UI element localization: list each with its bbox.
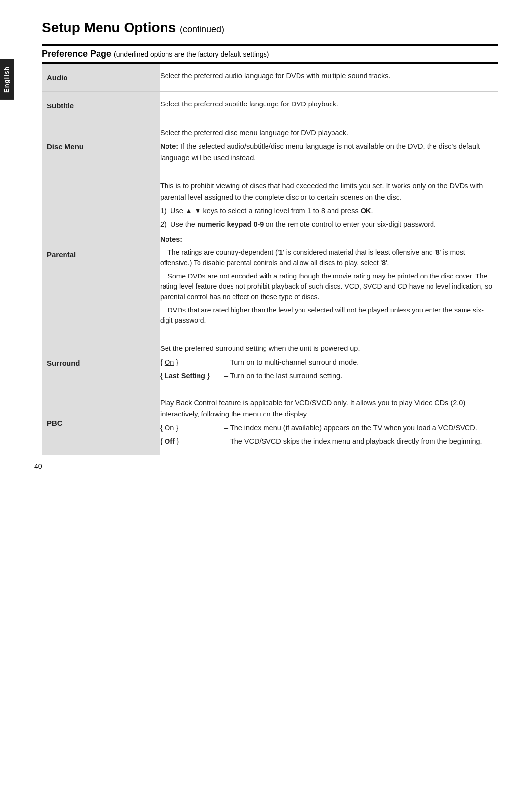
preference-page-subtext: (underlined options are the factory defa… (114, 50, 269, 58)
notes-section: Notes: – The ratings are country-depende… (160, 234, 493, 325)
row-desc-surround: Set the preferred surround setting when … (160, 336, 498, 390)
row-desc-discmenu: Select the preferred disc menu language … (160, 120, 498, 173)
option-key: { On } (160, 422, 224, 433)
table-row: Audio Select the preferred audio languag… (42, 64, 498, 92)
option-val: – The index menu (if available) appears … (224, 422, 493, 433)
option-key: { Off } (160, 436, 224, 447)
preference-page-header: Preference Page (underlined options are … (42, 44, 498, 64)
option-key: { Last Setting } (160, 370, 224, 381)
row-desc-parental: This is to prohibit viewing of discs tha… (160, 173, 498, 336)
option-key-underline: On (165, 358, 174, 366)
option-val: – Turn on to multi-channel surround mode… (224, 357, 493, 368)
option-key-bold: Off (165, 437, 175, 445)
language-tab-label: English (3, 66, 10, 93)
row-label-parental: Parental (42, 173, 160, 336)
option-line: { Last Setting } – Turn on to the last s… (160, 370, 493, 381)
option-key-bold: Last Setting (165, 372, 205, 380)
preference-page-title: Preference Page (underlined options are … (42, 49, 269, 59)
table-row: Subtitle Select the preferred subtitle l… (42, 92, 498, 120)
option-line: { Off } – The VCD/SVCD skips the index m… (160, 436, 493, 447)
row-label-subtitle: Subtitle (42, 92, 160, 120)
option-line: { On } – Turn on to multi-channel surrou… (160, 357, 493, 368)
option-key-underline: On (165, 424, 174, 432)
row-desc-pbc: Play Back Control feature is applicable … (160, 390, 498, 455)
table-row: Parental This is to prohibit viewing of … (42, 173, 498, 336)
page-title-main: Setup Menu Options (42, 20, 176, 35)
notes-title: Notes: (160, 235, 182, 243)
option-val: – The VCD/SVCD skips the index menu and … (224, 436, 493, 447)
list-item: 2) Use the numeric keypad 0-9 on the rem… (160, 219, 493, 230)
language-tab: English (0, 59, 14, 100)
options-table: Audio Select the preferred audio languag… (42, 64, 498, 455)
row-label-surround: Surround (42, 336, 160, 390)
table-row: Disc Menu Select the preferred disc menu… (42, 120, 498, 173)
page-title: Setup Menu Options (continued) (42, 20, 498, 35)
preference-page-title-text: Preference Page (42, 49, 111, 59)
table-row: PBC Play Back Control feature is applica… (42, 390, 498, 455)
list-item: 1) Use ▲ ▼ keys to select a rating level… (160, 206, 493, 216)
page-wrapper: English Setup Menu Options (continued) P… (0, 0, 532, 485)
page-number: 40 (34, 462, 42, 470)
row-label-discmenu: Disc Menu (42, 120, 160, 173)
option-line: { On } – The index menu (if available) a… (160, 422, 493, 433)
note-bold-label: Note: (160, 142, 178, 150)
row-desc-subtitle: Select the preferred subtitle language f… (160, 92, 498, 120)
option-val: – Turn on to the last surround setting. (224, 370, 493, 381)
option-key: { On } (160, 357, 224, 368)
row-desc-audio: Select the preferred audio language for … (160, 64, 498, 92)
table-row: Surround Set the preferred surround sett… (42, 336, 498, 390)
parental-list: 1) Use ▲ ▼ keys to select a rating level… (160, 206, 493, 230)
row-label-pbc: PBC (42, 390, 160, 455)
row-label-audio: Audio (42, 64, 160, 92)
page-title-continued: (continued) (180, 24, 224, 34)
